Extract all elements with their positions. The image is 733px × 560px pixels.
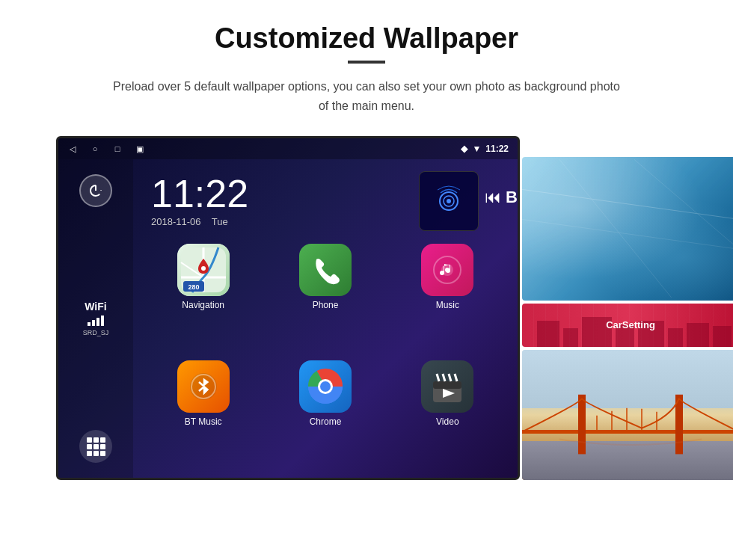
svg-point-4 xyxy=(447,199,451,203)
signal-icon: ▼ xyxy=(472,144,481,154)
clock-date: 2018-11-06 Tue xyxy=(151,216,248,227)
svg-line-23 xyxy=(437,374,439,381)
clock-time: 11:22 xyxy=(151,174,248,213)
svg-rect-37 xyxy=(668,328,683,347)
video-label: Video xyxy=(436,416,458,427)
svg-rect-22 xyxy=(433,381,461,389)
screen-content: WiFi SRD_SJ xyxy=(58,159,518,478)
center-content: 11:22 2018-11-06 Tue xyxy=(133,159,518,478)
wifi-ssid: SRD_SJ xyxy=(83,329,109,336)
svg-line-25 xyxy=(449,374,451,381)
apps-grid: 280 Navigation xyxy=(133,236,518,478)
prev-track-icon[interactable]: ⏮ xyxy=(485,188,501,207)
svg-point-20 xyxy=(320,381,331,392)
home-icon[interactable]: ○ xyxy=(90,144,100,154)
status-right: ◆ ▼ 11:22 xyxy=(461,144,509,154)
navigation-label: Navigation xyxy=(182,300,224,310)
app-navigation[interactable]: 280 Navigation xyxy=(145,244,261,354)
bluetooth-icon[interactable]: B xyxy=(506,188,518,207)
wifi-label: WiFi xyxy=(83,301,109,313)
title-divider xyxy=(348,61,385,64)
wallpaper-ice[interactable] xyxy=(522,157,733,301)
svg-point-12 xyxy=(201,266,206,271)
svg-text:280: 280 xyxy=(188,283,199,291)
chrome-icon xyxy=(299,360,352,413)
radio-icon xyxy=(419,171,479,231)
music-label: Music xyxy=(436,300,459,310)
media-controls: ⏮ B xyxy=(485,188,518,207)
wifi-bar-1 xyxy=(88,322,91,326)
grid-dots xyxy=(87,437,105,456)
status-left: ◁ ○ □ ▣ xyxy=(67,144,145,154)
screenshot-icon[interactable]: ▣ xyxy=(135,144,145,154)
power-button[interactable] xyxy=(79,174,112,207)
btmusic-icon xyxy=(177,360,230,413)
wallpaper-bridge[interactable] xyxy=(522,350,733,480)
back-icon[interactable]: ◁ xyxy=(67,144,78,154)
phone-label: Phone xyxy=(313,300,339,310)
page-subtitle: Preload over 5 default wallpaper options… xyxy=(112,77,621,115)
carsetting-label: CarSetting xyxy=(606,319,655,330)
clock-row: 11:22 2018-11-06 Tue xyxy=(133,159,518,236)
wifi-bars xyxy=(83,316,109,326)
time-display: 11:22 xyxy=(485,144,509,154)
chrome-label: Chrome xyxy=(310,416,342,427)
svg-line-28 xyxy=(522,190,733,220)
sidebar: WiFi SRD_SJ xyxy=(58,159,133,478)
video-icon xyxy=(421,360,473,413)
app-chrome[interactable]: Chrome xyxy=(267,360,383,471)
navigation-icon: 280 xyxy=(177,244,230,296)
svg-line-26 xyxy=(455,374,457,381)
svg-line-31 xyxy=(634,160,733,250)
carsetting-wallpaper[interactable]: CarSetting xyxy=(522,304,733,347)
wallpaper-panel: CarSetting xyxy=(522,157,733,480)
music-icon xyxy=(421,244,473,296)
svg-line-24 xyxy=(443,374,445,381)
wifi-widget: WiFi SRD_SJ xyxy=(83,301,109,336)
apps-grid-button[interactable] xyxy=(79,430,112,463)
app-btmusic[interactable]: BT Music xyxy=(145,360,261,471)
android-screen: ◁ ○ □ ▣ ◆ ▼ 11:22 xyxy=(56,136,520,480)
phone-icon xyxy=(299,244,352,296)
wifi-bar-4 xyxy=(101,316,104,326)
svg-line-30 xyxy=(559,160,672,298)
status-bar: ◁ ○ □ ▣ ◆ ▼ 11:22 xyxy=(58,138,518,159)
app-video[interactable]: Video xyxy=(390,360,506,471)
wifi-bar-3 xyxy=(96,318,99,326)
app-music[interactable]: Music xyxy=(390,244,506,354)
btmusic-label: BT Music xyxy=(185,416,222,427)
app-phone[interactable]: Phone xyxy=(267,244,383,354)
svg-rect-32 xyxy=(537,321,559,347)
location-icon: ◆ xyxy=(461,144,467,154)
radio-widget xyxy=(419,171,479,231)
clock-area: 11:22 2018-11-06 Tue xyxy=(139,165,260,233)
page-wrapper: Customized Wallpaper Preload over 5 defa… xyxy=(0,0,733,560)
svg-rect-41 xyxy=(578,395,586,455)
svg-rect-39 xyxy=(713,326,732,347)
device-container: ◁ ○ □ ▣ ◆ ▼ 11:22 xyxy=(56,136,677,480)
recents-icon[interactable]: □ xyxy=(112,144,123,154)
svg-rect-38 xyxy=(687,323,709,347)
svg-rect-33 xyxy=(563,328,578,347)
wifi-bar-2 xyxy=(92,320,95,326)
page-title: Customized Wallpaper xyxy=(215,22,518,55)
svg-line-29 xyxy=(522,220,733,250)
